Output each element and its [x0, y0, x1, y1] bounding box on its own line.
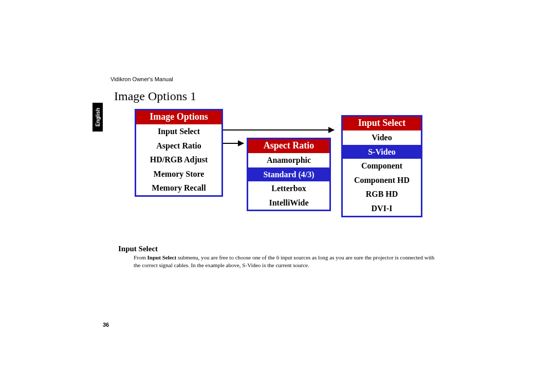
doc-header: Vidikron Owner's Manual	[110, 76, 173, 82]
menu-image-options-title: Image Options	[136, 110, 221, 124]
menu-item-input_select-5[interactable]: DVI-I	[343, 201, 421, 216]
section-title: Image Options 1	[114, 89, 196, 103]
menu-item-aspect_ratio-1[interactable]: Standard (4/3)	[248, 167, 329, 182]
page-number: 36	[103, 322, 109, 328]
body-bold: Input Select	[147, 254, 177, 260]
menu-input-select-title: Input Select	[343, 117, 421, 130]
arrow-to-aspect-ratio	[222, 143, 244, 144]
subsection-body: From Input Select submenu, you are free …	[134, 254, 442, 269]
menu-item-image_options-0[interactable]: Input Select	[136, 124, 221, 139]
menu-item-aspect_ratio-2[interactable]: Letterbox	[248, 181, 329, 196]
subsection-heading: Input Select	[118, 245, 158, 253]
body-prefix: From	[134, 254, 147, 260]
menu-input-select: Input Select VideoS-VideoComponentCompon…	[341, 115, 422, 217]
language-tab-label: English	[95, 108, 101, 126]
menu-item-image_options-1[interactable]: Aspect Ratio	[136, 139, 221, 153]
menu-item-input_select-0[interactable]: Video	[343, 130, 421, 145]
menu-item-image_options-4[interactable]: Memory Recall	[136, 181, 221, 195]
menu-item-image_options-2[interactable]: HD/RGB Adjust	[136, 153, 221, 167]
menu-item-image_options-3[interactable]: Memory Store	[136, 167, 221, 181]
menu-item-input_select-1[interactable]: S-Video	[343, 145, 421, 159]
menu-aspect-ratio: Aspect Ratio AnamorphicStandard (4/3)Let…	[247, 138, 331, 211]
menu-item-input_select-2[interactable]: Component	[343, 159, 421, 173]
menu-item-input_select-3[interactable]: Component HD	[343, 173, 421, 188]
menu-aspect-ratio-title: Aspect Ratio	[248, 139, 329, 153]
menu-item-input_select-4[interactable]: RGB HD	[343, 187, 421, 201]
menu-item-aspect_ratio-0[interactable]: Anamorphic	[248, 153, 329, 167]
menu-image-options: Image Options Input SelectAspect RatioHD…	[135, 109, 223, 197]
body-rest: submenu, you are free to choose one of t…	[134, 254, 434, 268]
language-tab: English	[92, 103, 103, 132]
arrow-to-input-select	[222, 129, 334, 130]
menu-item-aspect_ratio-3[interactable]: IntelliWide	[248, 196, 329, 210]
